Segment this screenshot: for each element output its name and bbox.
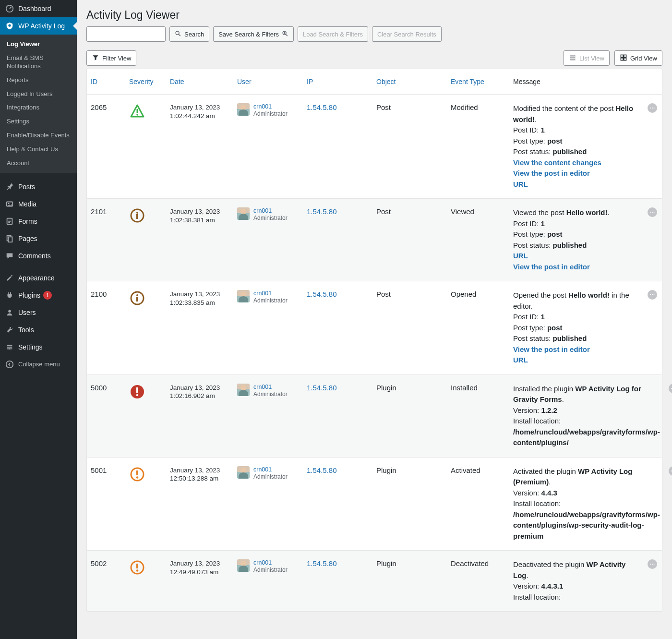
menu-dashboard[interactable]: Dashboard [0, 0, 77, 17]
table-row: 2065January 13, 20231:02:44.242 am crn00… [87, 94, 662, 198]
submenu-help[interactable]: Help & Contact Us [0, 143, 77, 157]
submenu-settings[interactable]: Settings [0, 115, 77, 129]
cell-actions [643, 290, 662, 300]
settings-icon [5, 342, 14, 352]
svg-point-23 [654, 108, 655, 109]
menu-settings[interactable]: Settings [0, 338, 77, 356]
row-more-button[interactable] [648, 290, 657, 300]
svg-point-24 [650, 212, 651, 213]
submenu-account[interactable]: Account [0, 157, 77, 170]
cell-ip: 1.54.5.80 [303, 207, 372, 216]
ip-link[interactable]: 1.54.5.80 [307, 207, 337, 216]
submenu-log-viewer[interactable]: Log Viewer [0, 37, 77, 51]
cell-message: Activated the plugin WP Activity Log (Pr… [509, 466, 664, 542]
message-link[interactable]: URL [513, 355, 639, 366]
row-more-button[interactable] [669, 384, 672, 393]
cell-object: Plugin [372, 559, 447, 567]
button-label: Filter View [102, 55, 131, 62]
shield-icon [5, 21, 14, 31]
search-button[interactable]: Search [169, 26, 209, 42]
ip-link[interactable]: 1.54.5.80 [307, 559, 337, 567]
cell-user: crn001 Administrator [233, 384, 303, 398]
appearance-icon [5, 273, 14, 283]
submenu-notifications[interactable]: Email & SMS Notifications [0, 51, 77, 73]
col-object[interactable]: Object [372, 78, 447, 85]
message-link[interactable]: View the post in editor [513, 168, 639, 179]
grid-view-button[interactable]: Grid View [614, 50, 662, 66]
submenu-logged-in-users[interactable]: Logged In Users [0, 87, 77, 101]
search-input[interactable] [86, 26, 166, 42]
save-filters-button[interactable]: Save Search & Filters [213, 26, 294, 42]
ip-link[interactable]: 1.54.5.80 [307, 384, 337, 392]
load-filters-button[interactable]: Load Search & Filters [298, 26, 368, 42]
cell-user: crn001 Administrator [233, 290, 303, 304]
user-role: Administrator [253, 215, 288, 221]
menu-pages[interactable]: Pages [0, 230, 77, 247]
menu-tools[interactable]: Tools [0, 321, 77, 338]
filter-view-button[interactable]: Filter View [86, 50, 136, 66]
col-date[interactable]: Date [166, 78, 233, 85]
cell-severity [125, 466, 166, 482]
button-label: Load Search & Filters [303, 31, 363, 38]
user-link[interactable]: crn001 [253, 559, 288, 567]
user-link[interactable]: crn001 [253, 384, 288, 391]
menu-plugins[interactable]: Plugins 1 [0, 287, 77, 304]
svg-rect-20 [624, 58, 626, 60]
user-link[interactable]: crn001 [253, 466, 288, 473]
message-link[interactable]: View the content changes [513, 157, 639, 169]
list-view-button[interactable]: List View [564, 50, 610, 66]
ip-link[interactable]: 1.54.5.80 [307, 290, 337, 298]
clear-results-button[interactable]: Clear Search Results [372, 26, 442, 42]
submenu-reports[interactable]: Reports [0, 73, 77, 87]
ip-link[interactable]: 1.54.5.80 [307, 103, 337, 111]
row-more-button[interactable] [648, 207, 657, 217]
col-id[interactable]: ID [87, 78, 125, 85]
menu-appearance[interactable]: Appearance [0, 269, 77, 287]
view-mode-toggle: List View Grid View [564, 50, 662, 66]
col-user[interactable]: User [233, 78, 303, 85]
row-more-button[interactable] [648, 103, 657, 113]
menu-posts[interactable]: Posts [0, 178, 77, 195]
submenu-integrations[interactable]: Integrations [0, 101, 77, 115]
message-link[interactable]: URL [513, 179, 639, 190]
menu-users[interactable]: Users [0, 304, 77, 321]
user-link[interactable]: crn001 [253, 207, 288, 215]
user-link[interactable]: crn001 [253, 290, 288, 297]
cell-date: January 13, 20231:02:16.902 am [166, 384, 233, 400]
menu-comments[interactable]: Comments [0, 247, 77, 265]
message-link[interactable]: View the post in editor [513, 344, 639, 355]
svg-rect-18 [624, 55, 626, 57]
table-row: 5002January 13, 202312:49:49.073 am crn0… [87, 550, 662, 611]
menu-media[interactable]: Media [0, 195, 77, 213]
menu-label: Comments [18, 252, 51, 260]
activity-log-table: ID Severity Date User IP Object Event Ty… [86, 69, 662, 612]
menu-forms[interactable]: Forms [0, 213, 77, 230]
row-more-button[interactable] [669, 466, 672, 476]
col-ip[interactable]: IP [303, 78, 372, 85]
message-link[interactable]: URL [513, 251, 639, 262]
main-content: Activity Log Viewer Search Save Search &… [77, 0, 672, 639]
message-link[interactable]: View the post in editor [513, 262, 639, 273]
menu-wp-activity-log[interactable]: WP Activity Log [0, 17, 77, 35]
collapse-label: Collapse menu [18, 361, 60, 368]
ip-link[interactable]: 1.54.5.80 [307, 466, 337, 474]
collapse-menu[interactable]: Collapse menu [0, 356, 77, 373]
menu-label: Forms [18, 217, 37, 225]
col-severity[interactable]: Severity [125, 78, 166, 85]
svg-rect-16 [570, 59, 575, 60]
cell-ip: 1.54.5.80 [303, 466, 372, 474]
submenu-enable-disable-events[interactable]: Enable/Disable Events [0, 129, 77, 143]
severity-notice-icon [129, 466, 145, 482]
users-icon [5, 308, 14, 317]
menu-label: WP Activity Log [18, 22, 65, 30]
plugins-update-badge: 1 [43, 291, 52, 300]
row-more-button[interactable] [648, 559, 657, 569]
cell-user: crn001 Administrator [233, 207, 303, 221]
submenu-activity-log: Log Viewer Email & SMS Notifications Rep… [0, 35, 77, 173]
cell-message: Viewed the post Hello world!.Post ID: 1P… [509, 207, 643, 272]
col-event[interactable]: Event Type [447, 78, 509, 85]
user-link[interactable]: crn001 [253, 103, 288, 110]
svg-point-28 [652, 294, 653, 295]
svg-point-26 [654, 212, 655, 213]
table-row: 2100January 13, 20231:02:33.835 am crn00… [87, 281, 662, 374]
